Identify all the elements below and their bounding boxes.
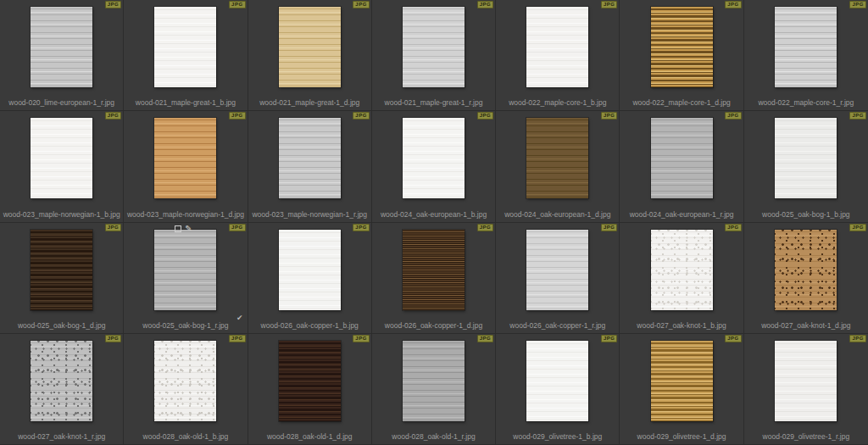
texture-thumbnail[interactable] — [31, 7, 92, 87]
file-cell[interactable]: JPG wood-028_oak-old-1_d.jpg — [248, 334, 372, 445]
file-type-badge: JPG — [725, 224, 742, 231]
texture-thumbnail[interactable] — [526, 230, 588, 310]
file-type-badge: JPG — [849, 335, 866, 342]
texture-thumbnail[interactable] — [526, 7, 588, 87]
texture-thumbnail[interactable] — [403, 118, 465, 198]
texture-thumbnail[interactable] — [31, 341, 92, 421]
texture-thumbnail[interactable] — [279, 341, 341, 421]
file-name-label: wood-021_maple-great-1_d.jpg — [250, 98, 370, 107]
file-cell[interactable]: JPG wood-021_maple-great-1_d.jpg — [248, 0, 372, 111]
file-cell[interactable]: JPG wood-027_oak-knot-1_b.jpg — [620, 223, 743, 334]
file-cell[interactable]: JPG wood-028_oak-old-1_r.jpg — [372, 334, 496, 445]
file-name-label: wood-026_oak-copper-1_r.jpg — [498, 321, 617, 330]
file-cell[interactable]: JPG wood-023_maple-norwegian-1_d.jpg — [124, 111, 248, 222]
texture-thumbnail[interactable] — [651, 341, 713, 421]
file-name-label: wood-027_oak-knot-1_r.jpg — [2, 432, 121, 441]
file-type-badge: JPG — [849, 112, 866, 120]
texture-thumbnail[interactable] — [526, 118, 588, 198]
file-cell[interactable]: JPG wood-023_maple-norwegian-1_b.jpg — [0, 111, 124, 222]
file-name-label: wood-020_lime-european-1_r.jpg — [2, 98, 121, 107]
file-name-label: wood-028_oak-old-1_b.jpg — [125, 432, 245, 441]
file-name-label: wood-026_oak-copper-1_d.jpg — [374, 321, 493, 330]
texture-thumbnail[interactable] — [651, 118, 713, 198]
file-name-label: wood-023_maple-norwegian-1_b.jpg — [2, 210, 121, 219]
file-cell[interactable]: JPG wood-026_oak-copper-1_r.jpg — [496, 223, 620, 334]
file-type-badge: JPG — [601, 335, 618, 342]
file-type-badge: JPG — [601, 224, 618, 231]
file-name-label: wood-029_olivetree-1_d.jpg — [621, 432, 741, 441]
file-name-label: wood-029_olivetree-1_r.jpg — [746, 432, 866, 441]
file-type-badge: JPG — [105, 224, 122, 231]
file-name-label: wood-022_maple-core-1_r.jpg — [746, 98, 866, 107]
file-cell[interactable]: JPG wood-027_oak-knot-1_d.jpg — [744, 223, 868, 334]
select-checkbox-icon[interactable] — [175, 225, 181, 232]
file-cell[interactable]: JPG wood-021_maple-great-1_b.jpg — [124, 0, 248, 111]
file-cell[interactable]: JPG wood-022_maple-core-1_b.jpg — [496, 0, 620, 111]
file-cell[interactable]: JPG wood-028_oak-old-1_b.jpg — [124, 334, 248, 445]
file-type-badge: JPG — [105, 335, 122, 342]
file-type-badge: JPG — [849, 1, 866, 8]
texture-thumbnail[interactable] — [31, 118, 92, 198]
texture-thumbnail[interactable] — [651, 7, 713, 87]
file-name-label: wood-023_maple-norwegian-1_d.jpg — [125, 210, 245, 219]
file-type-badge: JPG — [353, 335, 370, 342]
file-name-label: wood-024_oak-european-1_b.jpg — [374, 210, 493, 219]
file-cell[interactable]: JPG ✎ ✔ wood-025_oak-bog-1_r.jpg — [124, 223, 248, 334]
file-cell[interactable]: JPG wood-022_maple-core-1_r.jpg — [744, 0, 868, 111]
texture-thumbnail[interactable] — [154, 230, 216, 310]
thumbnail-grid: JPG wood-020_lime-european-1_r.jpg JPG w… — [0, 0, 868, 445]
file-cell[interactable]: JPG wood-026_oak-copper-1_d.jpg — [372, 223, 496, 334]
texture-thumbnail[interactable] — [651, 230, 713, 310]
texture-thumbnail[interactable] — [775, 7, 837, 87]
file-type-badge: JPG — [477, 1, 494, 8]
texture-thumbnail[interactable] — [775, 118, 837, 198]
texture-thumbnail[interactable] — [154, 118, 216, 198]
file-cell[interactable]: JPG wood-021_maple-great-1_r.jpg — [372, 0, 496, 111]
file-type-badge: JPG — [229, 335, 246, 342]
texture-thumbnail[interactable] — [279, 230, 341, 310]
file-type-badge: JPG — [105, 112, 122, 120]
file-name-label: wood-025_oak-bog-1_d.jpg — [2, 321, 121, 330]
file-name-label: wood-025_oak-bog-1_r.jpg — [125, 321, 245, 330]
texture-thumbnail[interactable] — [775, 230, 837, 310]
file-name-label: wood-029_olivetree-1_b.jpg — [498, 432, 617, 441]
file-cell[interactable]: JPG wood-027_oak-knot-1_r.jpg — [0, 334, 124, 445]
file-type-badge: JPG — [601, 112, 618, 120]
texture-thumbnail[interactable] — [775, 341, 837, 421]
texture-thumbnail[interactable] — [279, 118, 341, 198]
file-type-badge: JPG — [477, 112, 494, 120]
file-cell[interactable]: JPG wood-026_oak-copper-1_b.jpg — [248, 223, 372, 334]
texture-thumbnail[interactable] — [279, 7, 341, 87]
file-name-label: wood-027_oak-knot-1_b.jpg — [621, 321, 741, 330]
file-type-badge: JPG — [229, 1, 246, 8]
file-cell[interactable]: JPG wood-023_maple-norwegian-1_r.jpg — [248, 111, 372, 222]
file-cell[interactable]: JPG wood-029_olivetree-1_r.jpg — [744, 334, 868, 445]
texture-thumbnail[interactable] — [403, 341, 465, 421]
file-cell[interactable]: JPG wood-024_oak-european-1_d.jpg — [496, 111, 620, 222]
texture-thumbnail[interactable] — [403, 230, 465, 310]
file-name-label: wood-025_oak-bog-1_b.jpg — [746, 210, 866, 219]
file-cell[interactable]: JPG wood-025_oak-bog-1_b.jpg — [744, 111, 868, 222]
file-type-badge: JPG — [725, 335, 742, 342]
texture-thumbnail[interactable] — [154, 341, 216, 421]
file-cell[interactable]: JPG wood-022_maple-core-1_d.jpg — [620, 0, 743, 111]
file-name-label: wood-027_oak-knot-1_d.jpg — [746, 321, 866, 330]
file-type-badge: JPG — [353, 1, 370, 8]
file-cell[interactable]: JPG wood-025_oak-bog-1_d.jpg — [0, 223, 124, 334]
file-type-badge: JPG — [229, 112, 246, 120]
file-cell[interactable]: JPG wood-020_lime-european-1_r.jpg — [0, 0, 124, 111]
file-cell[interactable]: JPG wood-024_oak-european-1_r.jpg — [620, 111, 743, 222]
file-type-badge: JPG — [601, 1, 618, 8]
file-cell[interactable]: JPG wood-029_olivetree-1_b.jpg — [496, 334, 620, 445]
file-name-label: wood-022_maple-core-1_b.jpg — [498, 98, 617, 107]
edit-pencil-icon[interactable]: ✎ — [185, 225, 192, 233]
file-cell[interactable]: JPG wood-029_olivetree-1_d.jpg — [620, 334, 743, 445]
texture-thumbnail[interactable] — [403, 7, 465, 87]
file-type-badge: JPG — [725, 1, 742, 8]
file-cell[interactable]: JPG wood-024_oak-european-1_b.jpg — [372, 111, 496, 222]
file-type-badge: JPG — [477, 335, 494, 342]
texture-thumbnail[interactable] — [31, 230, 92, 310]
texture-thumbnail[interactable] — [526, 341, 588, 421]
texture-thumbnail[interactable] — [154, 7, 216, 87]
file-name-label: wood-021_maple-great-1_b.jpg — [125, 98, 245, 107]
